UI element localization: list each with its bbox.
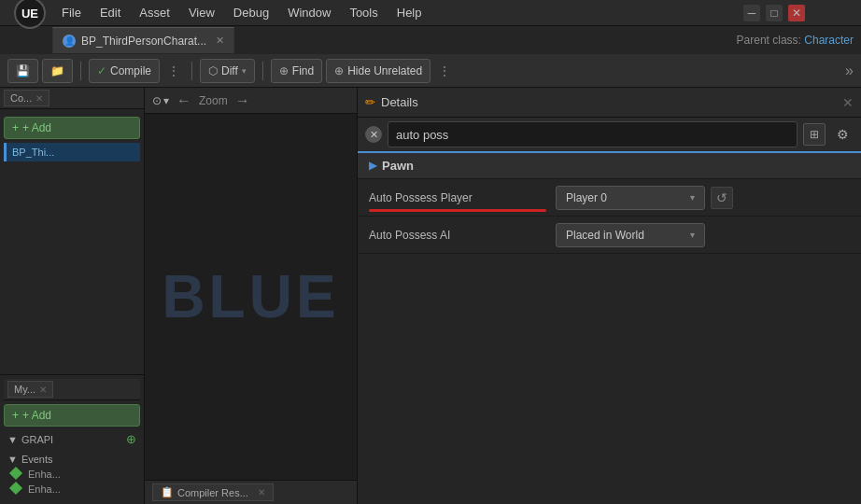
auto-possess-ai-dropdown[interactable]: Placed in World ▾	[556, 223, 705, 247]
viewport-arrow-icon: ▾	[163, 94, 169, 107]
diamond-icon-0	[11, 469, 24, 480]
viewport-forward-button[interactable]: →	[235, 92, 250, 109]
details-title: ✏ Details	[365, 95, 418, 109]
search-gear-button[interactable]: ⚙	[831, 123, 854, 146]
menu-help[interactable]: Help	[388, 4, 431, 21]
find-button[interactable]: ⊕ Find	[271, 59, 322, 83]
search-grid-button[interactable]: ⊞	[803, 123, 826, 146]
tree-item-0[interactable]: Enha...	[4, 467, 140, 482]
menu-view[interactable]: View	[179, 4, 224, 21]
viewport-back-button[interactable]: ←	[176, 92, 191, 109]
compile-button[interactable]: ✓ Compile	[89, 59, 160, 83]
add-button-top[interactable]: + + Add	[4, 117, 140, 139]
pawn-section-header[interactable]: ▶ Pawn	[358, 153, 861, 179]
events-section-header[interactable]: ▼ Events	[4, 452, 140, 467]
find-icon: ⊕	[279, 64, 289, 77]
viewport-bookmark-button[interactable]: ⊙ ▾	[152, 94, 169, 107]
content-browser-close-icon[interactable]: ✕	[35, 93, 43, 104]
grapi-label: GRAPI	[21, 434, 53, 445]
compiler-close-icon[interactable]: ✕	[258, 487, 265, 497]
auto-possess-ai-label: Auto Possess AI	[369, 229, 556, 242]
property-row-auto-possess-player: Auto Possess Player Player 0 ▾ ↺	[358, 179, 861, 217]
details-panel: ✏ Details ✕ ✕ ⊞ ⚙ ▶ Pawn Auto Possess Pl…	[357, 88, 861, 504]
my-blueprint-close-icon[interactable]: ✕	[39, 385, 47, 395]
menu-edit[interactable]: Edit	[91, 4, 130, 21]
toolbar-more-button[interactable]: ⋮	[434, 62, 455, 80]
add-icon-top: +	[12, 121, 19, 134]
events-label: Events	[21, 454, 53, 465]
auto-possess-player-underline	[369, 209, 546, 212]
compile-more-button[interactable]: ⋮	[163, 62, 184, 80]
tree-item-label-1: Enha...	[28, 483, 61, 495]
active-blueprint-item[interactable]: BP_Thi...	[4, 143, 140, 161]
blueprint-tab[interactable]: 👤 BP_ThirdPersonCharat... ✕	[52, 27, 234, 53]
grapi-section-header[interactable]: ▼ GRAPI ⊕	[4, 430, 140, 448]
auto-possess-player-value-text: Player 0	[566, 191, 607, 204]
browse-icon: 📁	[50, 64, 64, 77]
auto-possess-player-dropdown[interactable]: Player 0 ▾	[556, 186, 705, 210]
my-blueprint-tab[interactable]: My... ✕	[7, 381, 53, 398]
tree-item-1[interactable]: Enha...	[4, 482, 140, 497]
search-clear-button[interactable]: ✕	[365, 126, 382, 143]
app-header: File Edit Asset View Debug Window Tools …	[0, 0, 861, 88]
viewport-area: BLUE	[145, 114, 357, 480]
pawn-section-arrow-icon: ▶	[369, 160, 376, 172]
parent-class-info: Parent class: Character	[737, 34, 854, 47]
property-row-auto-possess-ai: Auto Possess AI Placed in World ▾	[358, 217, 861, 254]
my-blueprint-label: My...	[14, 384, 35, 395]
toolbar-separator-3	[262, 62, 263, 80]
content-browser-tab[interactable]: Co... ✕	[4, 90, 49, 106]
add-label-bottom: + Add	[22, 409, 51, 422]
details-search-input[interactable]	[388, 121, 797, 147]
left-panel-tab-bar: Co... ✕	[0, 88, 144, 109]
ue-logo: UE	[7, 0, 52, 26]
close-button[interactable]: ✕	[788, 5, 805, 21]
details-title-label: Details	[381, 95, 418, 109]
auto-possess-player-reset-button[interactable]: ↺	[711, 187, 733, 209]
menu-tools[interactable]: Tools	[340, 4, 387, 21]
search-bar: ✕ ⊞ ⚙	[358, 118, 861, 153]
hide-unrelated-label: Hide Unrelated	[347, 64, 422, 77]
menu-file[interactable]: File	[52, 4, 91, 21]
compiler-label: Compiler Res...	[177, 487, 248, 498]
auto-possess-ai-value: Placed in World ▾	[556, 223, 850, 247]
details-pencil-icon: ✏	[365, 95, 375, 109]
viewport-watermark: BLUE	[162, 262, 339, 331]
tab-close-icon[interactable]: ✕	[216, 35, 224, 47]
grapi-add-icon[interactable]: ⊕	[126, 432, 136, 446]
menu-debug[interactable]: Debug	[224, 4, 278, 21]
browse-button[interactable]: 📁	[42, 59, 73, 83]
parent-class-link[interactable]: Character	[804, 34, 854, 47]
collapse-events-icon: ▼	[7, 454, 18, 465]
diff-button[interactable]: ⬡ Diff ▾	[200, 59, 255, 83]
diff-label: Diff	[221, 64, 238, 77]
viewport-toolbar: ⊙ ▾ ← Zoom →	[145, 88, 357, 114]
auto-possess-ai-dropdown-arrow-icon: ▾	[690, 230, 695, 240]
center-bottom-bar: 📋 Compiler Res... ✕	[145, 480, 357, 504]
center-panel: ⊙ ▾ ← Zoom → BLUE 📋 Compiler Res... ✕	[145, 88, 357, 504]
details-close-button[interactable]: ✕	[842, 95, 854, 110]
left-panel-bottom: My... ✕ + + Add ▼ GRAPI ⊕ ▼ Events	[0, 374, 144, 504]
auto-possess-player-label: Auto Possess Player	[369, 191, 556, 204]
tree-item-label-0: Enha...	[28, 469, 61, 480]
maximize-button[interactable]: □	[766, 5, 783, 21]
ue-logo-text: UE	[21, 7, 38, 21]
minimize-button[interactable]: ─	[743, 5, 760, 21]
menu-window[interactable]: Window	[278, 4, 340, 21]
compile-icon: ✓	[97, 64, 106, 77]
add-button-bottom[interactable]: + + Add	[4, 404, 140, 427]
toolbar-expand-button[interactable]: »	[845, 63, 854, 79]
hide-unrelated-button[interactable]: ⊕ Hide Unrelated	[326, 59, 430, 83]
my-blueprint-tab-bar: My... ✕	[4, 379, 140, 400]
diff-arrow-icon: ▾	[242, 66, 247, 76]
add-icon-bottom: +	[12, 409, 19, 422]
save-button[interactable]: 💾	[7, 59, 38, 83]
tab-row: 👤 BP_ThirdPersonCharat... ✕ Parent class…	[0, 26, 861, 54]
add-label-top: + Add	[22, 121, 51, 134]
left-panel-content: + + Add BP_Thi...	[0, 109, 144, 374]
pawn-section-label: Pawn	[382, 159, 414, 173]
compiler-results-tab[interactable]: 📋 Compiler Res... ✕	[152, 483, 274, 501]
menu-asset[interactable]: Asset	[130, 4, 179, 21]
toolbar-separator-2	[191, 62, 192, 80]
content-browser-label: Co...	[10, 92, 32, 104]
